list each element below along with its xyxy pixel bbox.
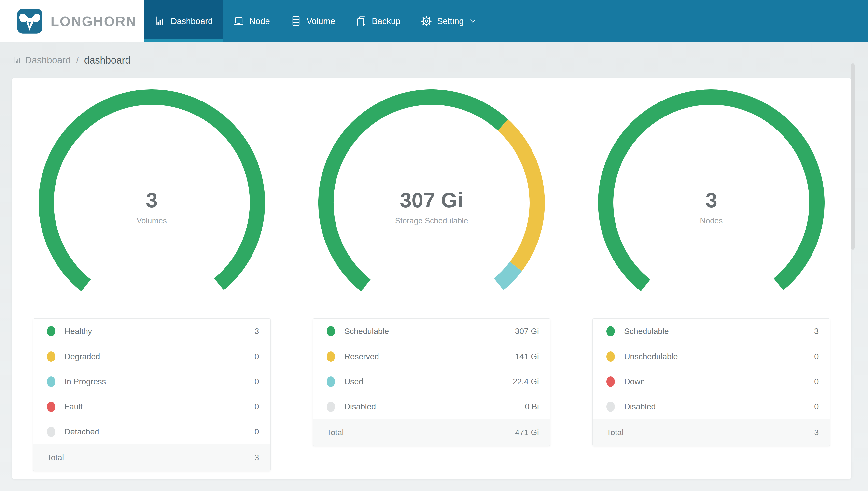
database-icon <box>290 16 301 27</box>
tab-label: Node <box>249 16 270 26</box>
longhorn-dashboard: { "brand": { "name": "LONGHORN", "logo_i… <box>0 0 868 491</box>
nodes-panel: 3 Nodes Schedulable 3 Unschedulable 0 Do… <box>571 89 851 479</box>
status-dot-fault <box>47 402 55 412</box>
legend-row-detached: Detached 0 <box>33 419 271 444</box>
status-dot-schedulable <box>607 326 615 337</box>
tab-setting[interactable]: Setting <box>411 0 486 42</box>
tab-dashboard[interactable]: Dashboard <box>145 0 223 42</box>
tab-volume[interactable]: Volume <box>280 0 346 42</box>
storage-gauge-chart <box>318 89 545 316</box>
legend-row-fault: Fault 0 <box>33 394 271 419</box>
dashboard-card: 3 Volumes Healthy 3 Degraded 0 In Progre… <box>12 78 851 479</box>
legend-row-degraded: Degraded 0 <box>33 344 271 369</box>
laptop-icon <box>233 16 244 27</box>
legend-label: Used <box>344 377 513 386</box>
legend-row-healthy: Healthy 3 <box>33 319 271 344</box>
active-tab-underline <box>145 39 223 42</box>
status-dot-detached <box>47 427 55 437</box>
brand-logo[interactable]: LONGHORN <box>0 0 145 42</box>
main-nav: Dashboard Node Volume <box>145 0 486 42</box>
volumes-gauge: 3 Volumes <box>38 89 265 316</box>
nodes-gauge-chart <box>598 89 825 316</box>
chevron-down-icon <box>470 19 476 23</box>
gauge-segment-used <box>499 266 516 284</box>
total-value: 471 Gi <box>515 428 539 437</box>
status-dot-disabled <box>607 402 615 412</box>
legend-label: Disabled <box>344 402 525 411</box>
legend-label: Unschedulable <box>624 352 814 361</box>
legend-total-row: Total 3 <box>593 419 830 445</box>
status-dot-schedulable <box>327 326 335 337</box>
volumes-gauge-chart <box>38 89 265 316</box>
gauge-segment-reserved <box>503 125 537 266</box>
legend-row-in-progress: In Progress 0 <box>33 369 271 394</box>
legend-row-schedulable: Schedulable 307 Gi <box>313 319 550 344</box>
nodes-legend-table: Schedulable 3 Unschedulable 0 Down 0 Dis… <box>592 318 830 446</box>
status-dot-disabled <box>327 402 335 412</box>
breadcrumb: Dashboard / dashboard <box>14 42 131 78</box>
gauge-segment-healthy <box>46 97 257 286</box>
breadcrumb-separator: / <box>76 55 79 66</box>
legend-label: Detached <box>65 427 255 436</box>
tab-label: Setting <box>437 16 464 26</box>
longhorn-bull-icon <box>15 8 44 34</box>
legend-label: Schedulable <box>624 326 814 336</box>
legend-value: 0 <box>254 427 259 436</box>
breadcrumb-section[interactable]: Dashboard <box>25 55 71 66</box>
brand-name: LONGHORN <box>51 13 137 29</box>
legend-row-used: Used 22.4 Gi <box>313 369 550 394</box>
gear-icon <box>421 16 432 27</box>
top-nav-bar: LONGHORN Dashboard Node <box>0 0 868 42</box>
status-dot-degraded <box>47 351 55 362</box>
legend-value: 3 <box>814 326 818 336</box>
legend-row-disabled: Disabled 0 Bi <box>313 394 550 419</box>
legend-row-down: Down 0 <box>593 369 830 394</box>
status-dot-healthy <box>47 326 55 337</box>
bar-chart-icon <box>14 56 22 64</box>
total-label: Total <box>607 428 814 437</box>
legend-value: 0 <box>254 352 259 361</box>
vertical-scrollbar-thumb[interactable] <box>851 63 855 250</box>
legend-row-unschedulable: Unschedulable 0 <box>593 344 830 369</box>
status-dot-in-progress <box>47 376 55 387</box>
nodes-gauge: 3 Nodes <box>598 89 825 316</box>
tab-backup[interactable]: Backup <box>346 0 411 42</box>
tab-label: Backup <box>372 16 401 26</box>
status-dot-down <box>607 376 615 387</box>
storage-legend-table: Schedulable 307 Gi Reserved 141 Gi Used … <box>313 318 551 446</box>
legend-label: Reserved <box>344 352 515 361</box>
total-value: 3 <box>254 453 259 462</box>
storage-gauge: 307 Gi Storage Schedulable <box>318 89 545 316</box>
legend-row-schedulable: Schedulable 3 <box>593 319 830 344</box>
legend-label: In Progress <box>65 377 255 386</box>
gauge-segment-schedulable <box>606 97 817 286</box>
legend-label: Fault <box>65 402 255 411</box>
breadcrumb-page: dashboard <box>84 55 130 66</box>
legend-label: Healthy <box>65 326 255 336</box>
status-dot-reserved <box>327 351 335 362</box>
total-label: Total <box>47 453 255 462</box>
legend-row-disabled: Disabled 0 <box>593 394 830 419</box>
volumes-legend-table: Healthy 3 Degraded 0 In Progress 0 Fault… <box>33 318 271 471</box>
legend-label: Degraded <box>65 352 255 361</box>
legend-label: Disabled <box>624 402 814 411</box>
legend-value: 0 <box>814 352 818 361</box>
legend-value: 0 <box>254 402 259 411</box>
legend-value: 22.4 Gi <box>513 377 539 386</box>
legend-value: 307 Gi <box>515 326 539 336</box>
status-dot-unschedulable <box>607 351 615 362</box>
status-dot-used <box>327 376 335 387</box>
storage-panel: 307 Gi Storage Schedulable Schedulable 3… <box>291 89 571 479</box>
gauge-segment-schedulable <box>326 97 503 286</box>
legend-value: 0 <box>814 377 818 386</box>
legend-value: 0 Bi <box>525 402 539 411</box>
legend-value: 141 Gi <box>515 352 539 361</box>
legend-value: 0 <box>814 402 818 411</box>
volumes-panel: 3 Volumes Healthy 3 Degraded 0 In Progre… <box>12 89 291 479</box>
tab-label: Dashboard <box>171 16 213 26</box>
total-value: 3 <box>814 428 818 437</box>
bar-chart-icon <box>155 16 165 27</box>
tab-node[interactable]: Node <box>223 0 280 42</box>
legend-total-row: Total 471 Gi <box>313 419 550 445</box>
legend-value: 0 <box>254 377 259 386</box>
